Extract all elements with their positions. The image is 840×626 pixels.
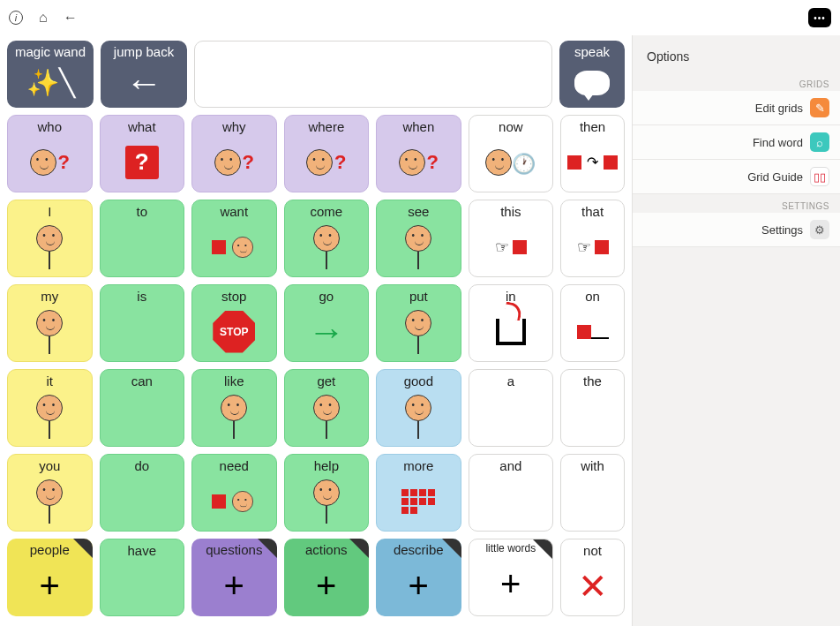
- word-cell-you[interactable]: you: [7, 454, 93, 532]
- word-cell-picto: ☞: [563, 219, 622, 275]
- word-cell-why[interactable]: why?: [191, 115, 277, 192]
- word-cell-with[interactable]: with: [560, 454, 625, 532]
- word-cell-good[interactable]: good: [376, 369, 461, 447]
- magic-wand-button[interactable]: magic wand ✨╲: [7, 41, 94, 108]
- word-cell-actions[interactable]: actions+: [284, 539, 370, 616]
- sidebar-title: Options: [633, 35, 840, 72]
- word-cell-label: that: [581, 204, 604, 219]
- word-cell-picto: ?: [102, 134, 183, 190]
- word-cell-see[interactable]: see: [376, 200, 461, 277]
- word-cell-picto: [10, 304, 90, 359]
- word-cell-people[interactable]: people+: [7, 539, 93, 616]
- speak-output-bar[interactable]: [194, 41, 552, 108]
- word-cell-my[interactable]: my: [7, 284, 93, 362]
- word-cell-is[interactable]: is: [100, 284, 185, 362]
- word-cell-picto: ?: [194, 134, 274, 190]
- folder-corner-icon: [349, 539, 369, 558]
- word-cell-picto: [10, 219, 90, 275]
- word-cell-picto: ✕: [563, 558, 622, 614]
- word-cell-I[interactable]: I: [7, 200, 93, 277]
- word-cell-picto: +: [286, 557, 368, 615]
- word-cell-picto: 🕐: [471, 134, 551, 190]
- word-cell-help[interactable]: help: [284, 454, 370, 532]
- word-cell-and[interactable]: and: [469, 454, 554, 532]
- word-cell-picto: [471, 473, 551, 529]
- word-cell-picto: [102, 558, 183, 614]
- word-cell-who[interactable]: who?: [7, 115, 93, 192]
- word-cell-label: questions: [206, 542, 262, 557]
- sidebar-item-settings[interactable]: Settings ⚙: [633, 213, 840, 247]
- word-cell-label: can: [131, 373, 153, 388]
- jump-back-label: jump back: [114, 44, 174, 59]
- word-cell-label: what: [128, 119, 156, 134]
- word-cell-to[interactable]: to: [100, 200, 185, 277]
- sidebar-item-edit-grids[interactable]: Edit grids ✎: [633, 91, 840, 125]
- word-cell-label: need: [220, 458, 249, 473]
- word-cell-label: have: [128, 543, 157, 558]
- word-cell-picto: [379, 219, 459, 275]
- word-cell-this[interactable]: this☞: [469, 200, 554, 277]
- word-cell-picto: [287, 388, 367, 444]
- options-toggle-button[interactable]: •••: [808, 8, 831, 27]
- word-cell-put[interactable]: put: [376, 284, 461, 362]
- word-cell-can[interactable]: can: [100, 369, 185, 447]
- word-cell-label: with: [581, 458, 604, 473]
- word-cell-label: and: [499, 458, 521, 473]
- word-cell-need[interactable]: need: [191, 454, 277, 532]
- info-icon[interactable]: i: [9, 11, 23, 25]
- word-cell-label: not: [583, 543, 602, 558]
- word-cell-label: when: [402, 119, 434, 134]
- folder-corner-icon: [533, 539, 552, 559]
- jump-back-button[interactable]: jump back ←: [101, 41, 187, 108]
- grid-area: magic wand ✨╲ jump back ← speak who?what…: [0, 35, 632, 626]
- word-cell-describe[interactable]: describe+: [376, 539, 461, 616]
- sidebar-item-grid-guide[interactable]: Grid Guide ▯▯: [633, 160, 840, 194]
- home-icon[interactable]: ⌂: [39, 10, 48, 26]
- word-cell-stop[interactable]: stopSTOP: [191, 284, 277, 362]
- back-arrow-icon[interactable]: ←: [64, 10, 78, 26]
- word-cell-questions[interactable]: questions+: [191, 539, 277, 616]
- word-cell-a[interactable]: a: [469, 369, 554, 447]
- folder-corner-icon: [258, 539, 277, 558]
- word-cell-it[interactable]: it: [7, 369, 93, 447]
- word-cell-on[interactable]: on: [560, 284, 625, 362]
- word-cell-now[interactable]: now🕐: [469, 115, 554, 192]
- word-cell-picto: [287, 473, 367, 529]
- word-cell-come[interactable]: come: [284, 200, 370, 277]
- word-cell-where[interactable]: where?: [284, 115, 370, 192]
- word-cell-picto: +: [471, 554, 551, 614]
- sidebar-item-find-word[interactable]: Find word ⌕: [633, 125, 840, 160]
- arrow-left-icon: ←: [125, 62, 162, 104]
- word-cell-do[interactable]: do: [100, 454, 185, 532]
- word-cell-picto: ↷: [563, 134, 622, 190]
- sidebar-section-settings: SETTINGS: [633, 194, 840, 213]
- word-cell-picto: +: [193, 557, 275, 615]
- speak-button[interactable]: speak: [559, 41, 625, 108]
- word-cell-then[interactable]: then↷: [560, 115, 625, 192]
- speech-bubble-icon: [574, 71, 610, 95]
- word-cell-get[interactable]: get: [284, 369, 370, 447]
- word-cell-when[interactable]: when?: [376, 115, 461, 192]
- word-cell-label: get: [317, 373, 335, 388]
- word-cell-picto: ?: [10, 134, 90, 190]
- word-cell-label: why: [222, 119, 246, 134]
- word-cell-picto: [10, 388, 90, 444]
- word-cell-more[interactable]: more: [376, 454, 461, 532]
- wand-icon: ✨╲: [26, 67, 75, 98]
- word-cell-what[interactable]: what?: [100, 115, 185, 192]
- word-cell-little-words[interactable]: little words+: [469, 539, 554, 616]
- word-cell-picto: [194, 219, 274, 275]
- word-cell-picto: [102, 219, 183, 275]
- word-cell-picto: [102, 388, 183, 444]
- word-cell-picto: [194, 388, 274, 444]
- word-cell-go[interactable]: go→: [284, 284, 370, 362]
- word-cell-have[interactable]: have: [100, 539, 185, 616]
- word-cell-label: I: [48, 204, 51, 219]
- word-cell-picto: [563, 473, 622, 529]
- word-cell-not[interactable]: not✕: [560, 539, 625, 616]
- word-cell-want[interactable]: want: [191, 200, 277, 277]
- word-cell-that[interactable]: that☞: [560, 200, 625, 277]
- word-cell-the[interactable]: the: [560, 369, 625, 447]
- word-cell-in[interactable]: in: [469, 284, 554, 362]
- word-cell-like[interactable]: like: [191, 369, 277, 447]
